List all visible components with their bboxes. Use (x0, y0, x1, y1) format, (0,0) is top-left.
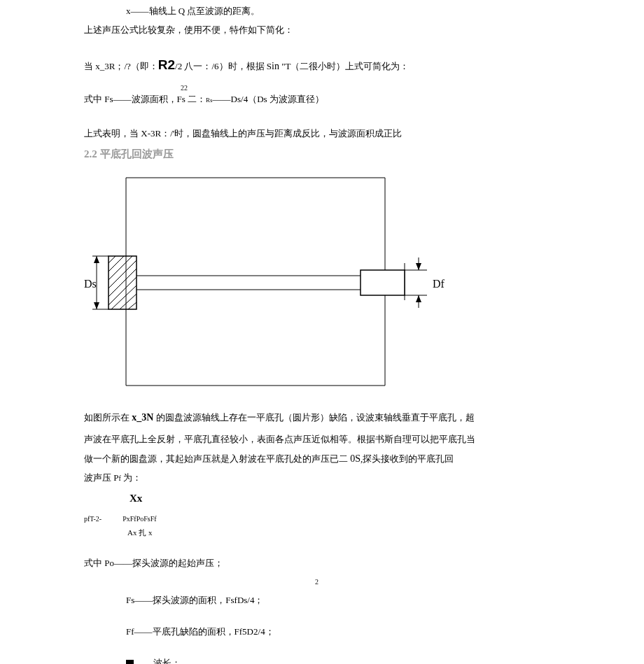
text-x-distance: x——轴线上 Q 点至波源的距离。 (126, 4, 560, 19)
square-icon (126, 660, 134, 664)
formula-pf: Xx pfT-2-PxFfPoFsFf Ax 扎 x (84, 490, 560, 539)
svg-line-14 (128, 302, 136, 309)
text-po-def: 式中 Po——探头波源的起始声压； (84, 556, 560, 571)
svg-line-9 (108, 260, 136, 288)
formula-denominator: Ax 扎 x (127, 527, 560, 539)
svg-line-7 (108, 256, 124, 271)
formula-xx: Xx (130, 490, 560, 507)
svg-line-13 (120, 294, 136, 309)
text-fs-definition: 22 式中 Fs——波源面积，Fs 二：Rs——Ds/4（Ds 为波源直径） (84, 92, 560, 107)
section-2-2-heading: 2.2 平底孔回波声压 (84, 146, 560, 162)
svg-marker-16 (94, 256, 99, 263)
text-figure-desc-2: 声波在平底孔上全反射，平底孔直径较小，表面各点声压近似相等。根据书斯自理可以把平… (84, 432, 560, 447)
svg-marker-24 (416, 263, 421, 270)
label-ds: Ds (84, 278, 97, 290)
svg-rect-22 (360, 270, 405, 295)
svg-line-11 (108, 277, 136, 305)
text-fs-def: Fs——探头波源的面积，FsfDs/4； (126, 593, 560, 608)
formula-label: pfT-2- (84, 514, 102, 525)
text-pf-intro: 波声压 Pf 为： (84, 471, 560, 486)
text-figure-desc-3: 做一个新的圆盘源，其起始声压就是入射波在平底孔处的声压已二 0S,探头接收到的平… (84, 451, 560, 467)
text-wavelength: ——波长； (126, 656, 560, 664)
formula-numerator: PxFfPoFsFf (122, 514, 156, 525)
figure-flat-bottom-hole: Ds Df (84, 165, 476, 396)
svg-line-10 (108, 269, 136, 297)
text-simplify-intro: 上述声压公式比较复杂，使用不便，特作如下简化： (84, 23, 560, 38)
svg-marker-17 (94, 302, 99, 309)
superscript-22: 22 (181, 83, 188, 94)
text-conclusion-x3r: 上式表明，当 X-3R：/'时，圆盘轴线上的声压与距离成反比，与波源面积成正比 (84, 127, 560, 141)
text-condition-x3r: 当 x_3R；/?（即：R2/2 八一：/6）时，根据 Sin "T（二很小时）… (84, 55, 560, 76)
text-ff-def: Ff——平底孔缺陷的面积，Ff5D2/4； (126, 625, 560, 640)
superscript-2: 2 (84, 574, 560, 589)
text-figure-desc-1: 如图所示在 x_3N 的圆盘波源轴线上存在一平底孔（圆片形）缺陷，设波束轴线垂直… (84, 410, 560, 425)
symbol-R2: R2 (158, 57, 175, 72)
svg-line-6 (108, 256, 115, 263)
svg-marker-26 (416, 295, 421, 302)
label-df: Df (433, 278, 445, 290)
